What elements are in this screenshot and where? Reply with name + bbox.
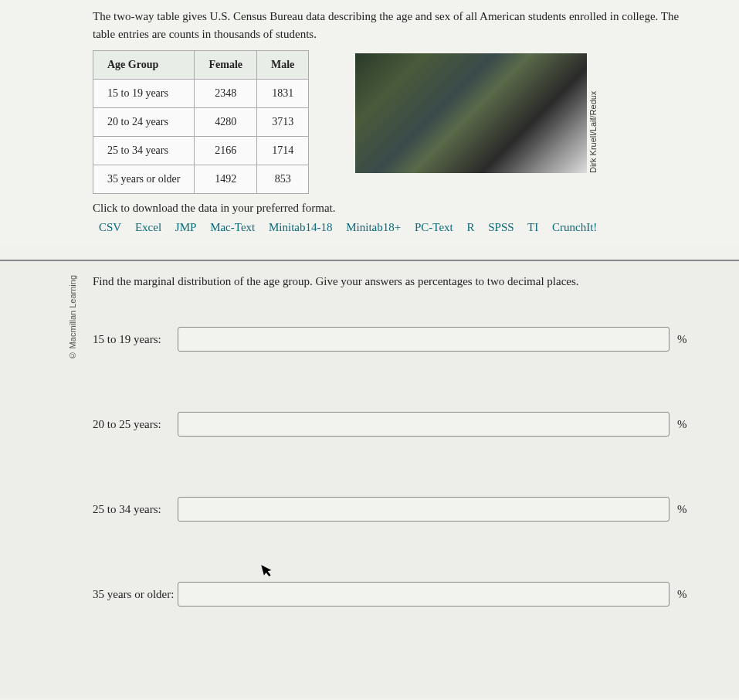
table-image-row: Age Group Female Male 15 to 19 years 234… <box>93 50 693 194</box>
image-credit: Dirk Kruell/Laif/Redux <box>588 53 598 173</box>
download-prompt: Click to download the data in your prefe… <box>93 202 693 215</box>
row-label: 35 years or older <box>93 165 195 194</box>
header-male: Male <box>257 51 309 80</box>
download-link-csv[interactable]: CSV <box>99 221 121 233</box>
intro-text: The two-way table gives U.S. Census Bure… <box>93 8 693 42</box>
row-label: 20 to 24 years <box>93 108 195 137</box>
download-link-mactext[interactable]: Mac-Text <box>210 221 255 233</box>
download-link-minitab18[interactable]: Minitab18+ <box>346 221 401 233</box>
students-photo <box>355 53 587 173</box>
table-row: 35 years or older 1492 853 <box>93 165 309 194</box>
answer-label: 20 to 25 years: <box>93 418 178 431</box>
download-link-jmp[interactable]: JMP <box>175 221 197 233</box>
census-data-table: Age Group Female Male 15 to 19 years 234… <box>93 50 309 194</box>
answer-unit: % <box>677 503 693 516</box>
row-female: 1492 <box>195 165 257 194</box>
question-text: Find the marginal distribution of the ag… <box>93 275 693 288</box>
answer-label: 35 years or older: <box>93 588 178 601</box>
download-link-ti[interactable]: TI <box>527 221 538 233</box>
table-row: 15 to 19 years 2348 1831 <box>93 80 309 108</box>
answer-input-15-19[interactable] <box>178 327 670 352</box>
download-links: CSV Excel JMP Mac-Text Minitab14-18 Mini… <box>93 221 693 234</box>
header-female: Female <box>195 51 257 80</box>
row-male: 853 <box>257 165 309 194</box>
download-link-minitab14[interactable]: Minitab14-18 <box>269 221 333 233</box>
illustration-image-container: Dirk Kruell/Laif/Redux <box>355 53 587 173</box>
answer-unit: % <box>677 588 693 601</box>
row-male: 1714 <box>257 137 309 165</box>
answer-input-20-25[interactable] <box>178 412 670 437</box>
row-female: 2166 <box>195 137 257 165</box>
row-female: 2348 <box>195 80 257 108</box>
download-link-pctext[interactable]: PC-Text <box>415 221 453 233</box>
answer-input-35-plus[interactable] <box>178 582 670 607</box>
table-row: 20 to 24 years 4280 3713 <box>93 108 309 137</box>
download-link-crunchit[interactable]: CrunchIt! <box>552 221 597 233</box>
answer-label: 15 to 19 years: <box>93 333 178 346</box>
problem-statement-section: The two-way table gives U.S. Census Bure… <box>0 0 739 246</box>
answer-row-35-plus: 35 years or older: % <box>93 582 693 607</box>
intro-line-1: The two-way table gives U.S. Census Bure… <box>93 10 658 22</box>
download-link-r[interactable]: R <box>466 221 474 233</box>
download-link-excel[interactable]: Excel <box>135 221 161 233</box>
row-male: 3713 <box>257 108 309 137</box>
answer-label: 25 to 34 years: <box>93 503 178 516</box>
copyright-text: © Macmillan Learning <box>68 275 77 360</box>
answer-row-15-19: 15 to 19 years: % <box>93 327 693 352</box>
cursor-icon <box>260 561 277 583</box>
row-label: 15 to 19 years <box>93 80 195 108</box>
answer-section: © Macmillan Learning Find the marginal d… <box>0 261 739 698</box>
row-female: 4280 <box>195 108 257 137</box>
answer-row-25-34: 25 to 34 years: % <box>93 497 693 522</box>
download-link-spss[interactable]: SPSS <box>488 221 514 233</box>
answer-unit: % <box>677 418 693 431</box>
answer-unit: % <box>677 333 693 346</box>
answer-row-20-25: 20 to 25 years: % <box>93 412 693 437</box>
table-row: 25 to 34 years 2166 1714 <box>93 137 309 165</box>
answer-input-25-34[interactable] <box>178 497 670 522</box>
row-male: 1831 <box>257 80 309 108</box>
header-age-group: Age Group <box>93 51 195 80</box>
row-label: 25 to 34 years <box>93 137 195 165</box>
